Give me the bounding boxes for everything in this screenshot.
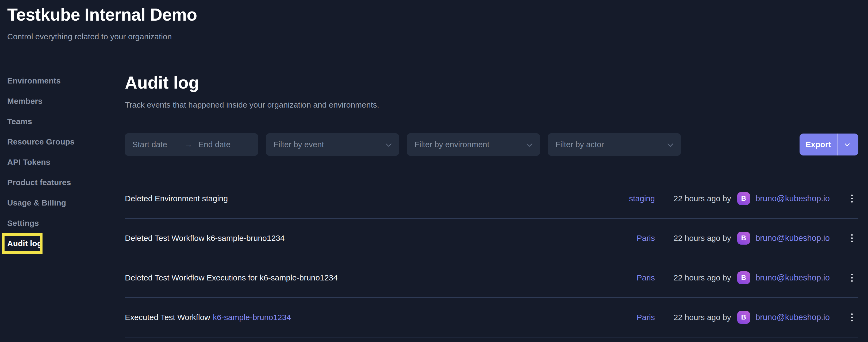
- sidebar-item[interactable]: Settings: [0, 213, 125, 233]
- org-header: Testkube Internal Demo Control everythin…: [0, 0, 868, 41]
- sidebar-item-label: Usage & Billing: [7, 198, 66, 207]
- kebab-menu-button[interactable]: [845, 309, 858, 326]
- audit-log-row: Deleted Test Workflow Executions for k6-…: [125, 258, 858, 298]
- event-time: 22 hours ago by: [655, 194, 731, 203]
- sidebar-item-label: Product features: [7, 178, 71, 187]
- chevron-down-icon: [668, 141, 674, 147]
- sidebar-item-label: Settings: [7, 219, 39, 228]
- export-split-button: Export: [800, 134, 858, 155]
- audit-log-row: Executed Test Workflowk6-sample-bruno123…: [125, 298, 858, 338]
- filters-bar: Start date → End date Filter by event Fi…: [125, 133, 858, 156]
- org-title: Testkube Internal Demo: [7, 5, 868, 24]
- sidebar-menu: Environments Members Teams Resource Grou…: [0, 70, 125, 254]
- event-message: Deleted Test Workflow Executions for k6-…: [125, 273, 593, 282]
- sidebar-item-label: Members: [7, 96, 42, 106]
- avatar-initial: B: [741, 194, 746, 203]
- sidebar-item-label: Environments: [7, 76, 61, 85]
- event-time: 22 hours ago by: [655, 313, 731, 322]
- avatar: B: [737, 272, 750, 284]
- sidebar-item[interactable]: Product features: [0, 172, 125, 193]
- sidebar-item[interactable]: Environments: [0, 70, 125, 91]
- export-dropdown-button[interactable]: [838, 134, 858, 155]
- event-message: Deleted Environment staging: [125, 194, 593, 203]
- sidebar-item[interactable]: Members: [0, 91, 125, 111]
- actor-email-link[interactable]: bruno@kubeshop.io: [755, 273, 823, 283]
- avatar-initial: B: [741, 274, 746, 282]
- highlight-box: [2, 233, 42, 254]
- environment-link[interactable]: Paris: [593, 313, 655, 322]
- event-message: Deleted Test Workflow k6-sample-bruno123…: [125, 234, 593, 243]
- avatar: B: [737, 311, 750, 324]
- event-filter-placeholder: Filter by event: [274, 140, 324, 149]
- page-title: Audit log: [125, 73, 858, 92]
- actor-email-link[interactable]: bruno@kubeshop.io: [755, 313, 823, 322]
- event-message-text: Deleted Test Workflow Executions for k6-…: [125, 273, 338, 282]
- event-message-text: Deleted Environment staging: [125, 194, 228, 203]
- sidebar-item[interactable]: Teams: [0, 111, 125, 132]
- actor-filter-placeholder: Filter by actor: [555, 140, 604, 149]
- kebab-menu-button[interactable]: [845, 190, 858, 207]
- environment-link[interactable]: Paris: [593, 234, 655, 243]
- environment-link[interactable]: staging: [593, 194, 655, 203]
- export-button[interactable]: Export: [800, 134, 838, 155]
- audit-log-row: Deleted Test Workflow k6-sample-bruno123…: [125, 219, 858, 258]
- event-time: 22 hours ago by: [655, 234, 731, 243]
- sidebar-item-label: Teams: [7, 117, 32, 126]
- avatar: B: [737, 192, 750, 205]
- sidebar-item-label: Resource Groups: [7, 137, 74, 146]
- avatar-initial: B: [741, 313, 746, 321]
- avatar-initial: B: [741, 234, 746, 242]
- sidebar-item[interactable]: Audit log: [0, 233, 125, 254]
- date-range-picker[interactable]: Start date → End date: [125, 133, 258, 156]
- actor-email-link[interactable]: bruno@kubeshop.io: [755, 233, 823, 243]
- audit-log-table: Deleted Environment staging staging 22 h…: [125, 179, 858, 338]
- actor-filter-select[interactable]: Filter by actor: [548, 133, 681, 156]
- sidebar-item[interactable]: Resource Groups: [0, 132, 125, 152]
- workflow-link[interactable]: k6-sample-bruno1234: [213, 313, 291, 322]
- event-time: 22 hours ago by: [655, 273, 731, 282]
- org-subtitle: Control everything related to your organ…: [7, 32, 868, 41]
- sidebar-item[interactable]: API Tokens: [0, 152, 125, 172]
- actor-email-link[interactable]: bruno@kubeshop.io: [755, 194, 823, 203]
- event-message-text: Deleted Test Workflow k6-sample-bruno123…: [125, 234, 285, 243]
- event-message-text: Executed Test Workflow: [125, 313, 210, 322]
- kebab-menu-button[interactable]: [845, 269, 858, 286]
- kebab-menu-button[interactable]: [845, 230, 858, 247]
- audit-log-row: Deleted Environment staging staging 22 h…: [125, 179, 858, 219]
- content-area: Environments Members Teams Resource Grou…: [0, 70, 868, 337]
- environment-filter-placeholder: Filter by environment: [414, 140, 489, 149]
- chevron-down-icon: [527, 141, 533, 147]
- audit-log-main: Audit log Track events that happened ins…: [125, 70, 868, 337]
- avatar: B: [737, 232, 750, 245]
- sidebar-item[interactable]: Usage & Billing: [0, 193, 125, 213]
- environment-link[interactable]: Paris: [593, 273, 655, 282]
- start-date-input[interactable]: Start date: [132, 140, 185, 149]
- chevron-down-icon: [385, 141, 392, 147]
- environment-filter-select[interactable]: Filter by environment: [407, 133, 540, 156]
- event-message: Executed Test Workflowk6-sample-bruno123…: [125, 313, 593, 322]
- sidebar-item-label: API Tokens: [7, 158, 50, 167]
- end-date-input[interactable]: End date: [198, 140, 251, 149]
- page-description: Track events that happened inside your o…: [125, 101, 858, 110]
- chevron-down-icon: [844, 141, 850, 146]
- event-filter-select[interactable]: Filter by event: [266, 133, 399, 156]
- sidebar: Environments Members Teams Resource Grou…: [0, 70, 125, 337]
- range-arrow-icon: →: [185, 140, 192, 149]
